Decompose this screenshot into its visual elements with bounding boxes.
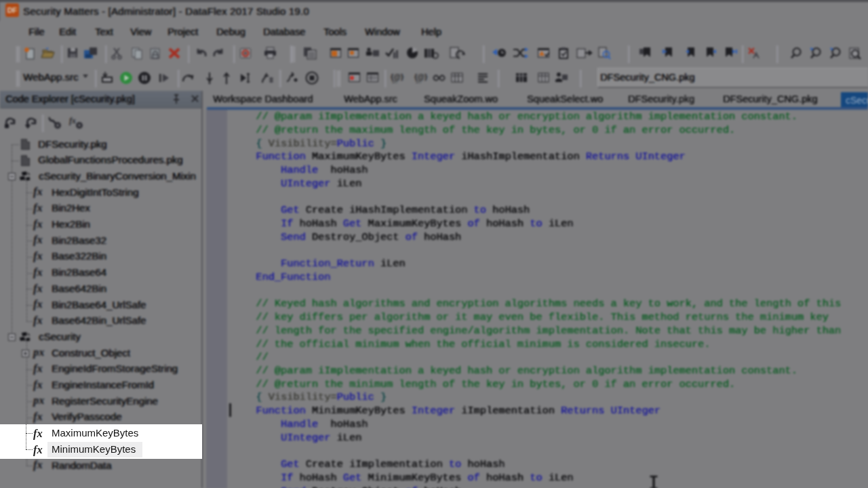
svg-text:6h: 6h (392, 79, 397, 84)
svg-text:6h: 6h (416, 79, 421, 84)
